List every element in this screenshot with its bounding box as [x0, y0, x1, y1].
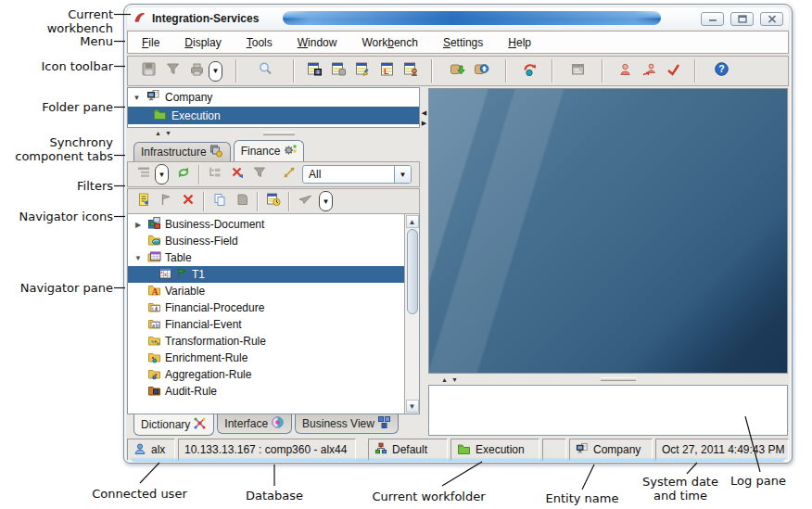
expander-down-icon[interactable]: ▼ [132, 94, 142, 102]
user-transfer-button[interactable] [637, 59, 661, 83]
tree-item-business-field[interactable]: Business-Field [128, 233, 404, 249]
navigator-scrollbar[interactable]: ▲ ▼ [404, 214, 419, 414]
close-button[interactable] [760, 12, 783, 26]
tab-business-view[interactable]: Business View [295, 414, 399, 434]
tree-item-label: Financial-Procedure [165, 301, 264, 314]
history-button[interactable] [262, 191, 285, 212]
filters-more-dropdown[interactable]: ▼ [155, 164, 169, 185]
splitter-up-icon[interactable]: ▲ [441, 376, 448, 383]
panel-splitter[interactable]: ◀ ▶ [420, 87, 428, 437]
folder-item-company[interactable]: ▼ Company [128, 88, 419, 107]
user-session-button[interactable] [613, 59, 637, 83]
tree-item-label: Transformation-Rule [165, 335, 266, 348]
check-out-icon [474, 61, 489, 81]
annotation-log-pane: Log pane [720, 474, 796, 488]
splitter-down-icon[interactable]: ▼ [165, 130, 171, 136]
check-out-button[interactable] [469, 59, 493, 83]
tree-item-table[interactable]: ▼ Table [128, 249, 404, 266]
tree-item-financial-procedure[interactable]: t d Financial-Procedure [128, 299, 404, 316]
table-edit-button[interactable] [350, 59, 374, 83]
menu-workbench[interactable]: Workbench [362, 36, 418, 49]
annotation-database: Database [228, 489, 321, 503]
folder-item-execution[interactable]: Execution [128, 107, 419, 124]
tab-interface[interactable]: Interface [217, 414, 292, 434]
tab-finance[interactable]: Finance [234, 140, 305, 161]
navigator-separator [288, 192, 290, 211]
table-check-button[interactable] [326, 59, 350, 83]
folder-splitter[interactable]: ▲ ▼ [127, 128, 420, 138]
window-layout-icon [570, 61, 586, 81]
folder-item-label: Company [165, 91, 212, 104]
paste-icon [235, 192, 249, 210]
filter-tree-button[interactable] [248, 164, 271, 185]
splitter-grip[interactable] [263, 132, 295, 135]
tab-infrastructure[interactable]: Infrastructure [133, 142, 231, 161]
scrollbar-thumb[interactable] [407, 229, 418, 314]
tree-item-transformation-rule[interactable]: Transformation-Rule [128, 333, 404, 350]
help-button[interactable]: ? [709, 59, 733, 83]
save-button[interactable] [136, 59, 160, 83]
menu-settings[interactable]: Settings [443, 36, 483, 49]
menu-display[interactable]: Display [184, 36, 221, 49]
navigator-more-dropdown[interactable]: ▼ [319, 191, 333, 211]
table-overview-icon [307, 61, 323, 81]
tree-item-financial-event[interactable]: a d Financial-Event [128, 316, 404, 333]
filters-separator [198, 165, 200, 185]
menu-window[interactable]: Window [298, 36, 337, 49]
validate-button[interactable] [661, 59, 685, 83]
window-layout-button[interactable] [565, 59, 590, 83]
expand-tree-button[interactable] [204, 164, 226, 185]
properties-button[interactable] [133, 191, 155, 212]
check-in-button[interactable] [445, 59, 469, 83]
tab-dictionary[interactable]: Dictionary [133, 414, 214, 436]
tree-item-variable[interactable]: A Variable [128, 283, 404, 299]
left-panel: ▼ Company Execution ▲ ▼ I [127, 87, 420, 437]
toolbar-more-dropdown[interactable]: ▼ [209, 61, 222, 82]
minimize-button[interactable] [701, 12, 724, 26]
tab-label: Business View [302, 417, 374, 430]
expander-right-icon[interactable]: ▶ [133, 221, 144, 229]
tree-item-enrichment-rule[interactable]: Enrichment-Rule [128, 350, 404, 366]
scroll-down-icon[interactable]: ▼ [406, 400, 419, 413]
tree-item-aggregation-rule[interactable]: Aggregation-Rule [128, 366, 404, 383]
maximize-button[interactable] [730, 12, 754, 26]
table-user-button[interactable] [399, 59, 423, 83]
search-button[interactable] [253, 59, 277, 83]
print-button[interactable] [184, 59, 209, 83]
scroll-up-icon[interactable]: ▲ [406, 215, 419, 228]
splitter-right-icon[interactable]: ▶ [422, 120, 426, 127]
expander-down-icon[interactable]: ▼ [133, 254, 144, 262]
log-splitter[interactable]: ▲ ▼ [428, 374, 789, 385]
combo-dropdown-icon[interactable]: ▼ [394, 166, 411, 183]
menu-tools[interactable]: Tools [247, 36, 273, 49]
table-overview-button[interactable] [302, 59, 326, 83]
tree-item-audit-rule[interactable]: Audit-Rule [128, 383, 404, 400]
icon-toolbar: ▼ L ? [127, 56, 789, 86]
paste-button[interactable] [231, 191, 253, 212]
tree-item-t1[interactable]: T1 [128, 266, 404, 283]
splitter-grip[interactable] [601, 377, 636, 381]
filter-button[interactable] [160, 59, 184, 83]
svg-text:a d: a d [152, 323, 159, 328]
refresh-tree-button[interactable] [172, 164, 195, 185]
tree-item-label: T1 [192, 268, 205, 281]
table-list-button[interactable]: L [374, 59, 399, 83]
flag-button[interactable] [155, 191, 177, 212]
splitter-up-icon[interactable]: ▲ [155, 130, 161, 136]
copy-button[interactable] [209, 191, 231, 212]
tree-item-business-document[interactable]: ▶ Business-Document [128, 216, 404, 233]
menu-help[interactable]: Help [508, 36, 531, 49]
refresh-button[interactable] [517, 59, 541, 83]
note-icon [136, 192, 151, 210]
check-in-icon [450, 61, 465, 81]
send-button[interactable] [294, 191, 316, 212]
clear-filter-button[interactable] [226, 164, 248, 185]
resize-columns-button[interactable] [278, 164, 300, 185]
menu-file[interactable]: File [142, 36, 159, 49]
delete-button[interactable] [177, 191, 199, 212]
splitter-down-icon[interactable]: ▼ [451, 376, 458, 383]
filter-select[interactable]: All ▼ [302, 165, 412, 184]
status-entity-value: Company [593, 443, 641, 456]
splitter-left-icon[interactable]: ◀ [422, 109, 426, 117]
view-mode-button[interactable] [133, 164, 155, 185]
